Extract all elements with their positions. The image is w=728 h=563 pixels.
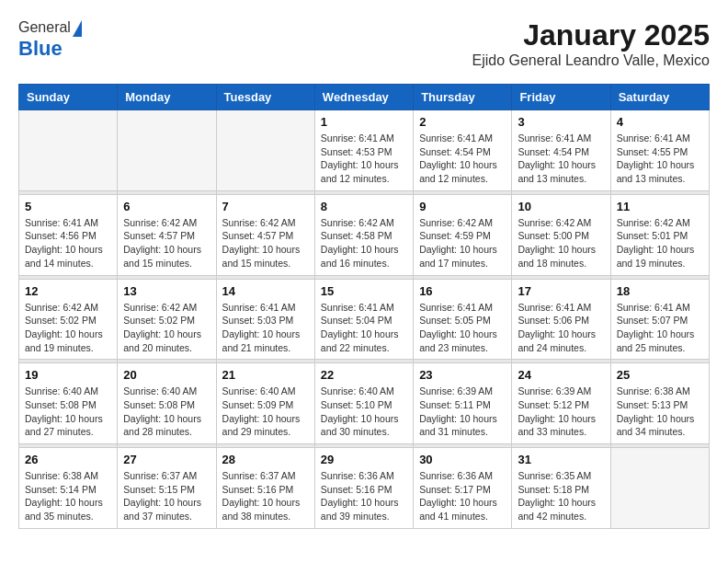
day-info: Sunrise: 6:39 AM Sunset: 5:11 PM Dayligh…: [419, 385, 506, 439]
logo-triangle-icon: [73, 20, 82, 37]
calendar-cell: 28Sunrise: 6:37 AM Sunset: 5:16 PM Dayli…: [216, 448, 314, 529]
day-info: Sunrise: 6:39 AM Sunset: 5:12 PM Dayligh…: [518, 385, 604, 439]
day-info: Sunrise: 6:42 AM Sunset: 5:02 PM Dayligh…: [25, 301, 111, 355]
day-info: Sunrise: 6:40 AM Sunset: 5:08 PM Dayligh…: [123, 385, 210, 439]
day-number: 1: [321, 115, 407, 129]
day-info: Sunrise: 6:37 AM Sunset: 5:16 PM Dayligh…: [222, 469, 309, 523]
calendar-cell: 13Sunrise: 6:42 AM Sunset: 5:02 PM Dayli…: [118, 279, 216, 360]
day-info: Sunrise: 6:42 AM Sunset: 5:00 PM Dayligh…: [518, 216, 604, 270]
day-number: 15: [321, 284, 407, 298]
day-number: 17: [518, 284, 604, 298]
day-number: 26: [25, 453, 111, 466]
calendar-cell: 24Sunrise: 6:39 AM Sunset: 5:12 PM Dayli…: [512, 363, 610, 444]
logo: General Blue: [18, 18, 82, 61]
calendar-cell: 8Sunrise: 6:42 AM Sunset: 4:58 PM Daylig…: [314, 194, 413, 275]
calendar-week-row: 12Sunrise: 6:42 AM Sunset: 5:02 PM Dayli…: [19, 279, 710, 360]
day-info: Sunrise: 6:41 AM Sunset: 4:54 PM Dayligh…: [518, 132, 604, 186]
day-info: Sunrise: 6:40 AM Sunset: 5:10 PM Dayligh…: [321, 385, 407, 439]
day-number: 27: [123, 453, 210, 466]
calendar-cell: 7Sunrise: 6:42 AM Sunset: 4:57 PM Daylig…: [216, 194, 314, 275]
day-info: Sunrise: 6:41 AM Sunset: 5:03 PM Dayligh…: [222, 301, 309, 355]
calendar-cell: 4Sunrise: 6:41 AM Sunset: 4:55 PM Daylig…: [610, 110, 709, 191]
day-info: Sunrise: 6:41 AM Sunset: 4:53 PM Dayligh…: [321, 132, 407, 186]
day-number: 4: [617, 115, 703, 129]
day-number: 16: [419, 284, 506, 298]
calendar-cell: 18Sunrise: 6:41 AM Sunset: 5:07 PM Dayli…: [610, 279, 709, 360]
day-number: 25: [617, 368, 703, 382]
day-info: Sunrise: 6:42 AM Sunset: 5:01 PM Dayligh…: [617, 216, 703, 270]
header-thursday: Thursday: [414, 85, 512, 110]
day-info: Sunrise: 6:37 AM Sunset: 5:15 PM Dayligh…: [123, 469, 210, 523]
calendar-cell: 27Sunrise: 6:37 AM Sunset: 5:15 PM Dayli…: [118, 448, 216, 529]
day-info: Sunrise: 6:38 AM Sunset: 5:13 PM Dayligh…: [617, 385, 703, 439]
calendar-table: Sunday Monday Tuesday Wednesday Thursday…: [18, 84, 710, 529]
logo-general-text: General: [18, 19, 71, 36]
calendar-cell: [118, 110, 216, 191]
calendar-cell: 6Sunrise: 6:42 AM Sunset: 4:57 PM Daylig…: [118, 194, 216, 275]
day-number: 10: [518, 200, 604, 213]
day-number: 6: [123, 200, 210, 213]
header-monday: Monday: [118, 85, 216, 110]
day-info: Sunrise: 6:38 AM Sunset: 5:14 PM Dayligh…: [25, 469, 111, 523]
calendar-cell: 12Sunrise: 6:42 AM Sunset: 5:02 PM Dayli…: [19, 279, 118, 360]
calendar-cell: 14Sunrise: 6:41 AM Sunset: 5:03 PM Dayli…: [216, 279, 314, 360]
day-info: Sunrise: 6:42 AM Sunset: 4:57 PM Dayligh…: [123, 216, 210, 270]
calendar-cell: 16Sunrise: 6:41 AM Sunset: 5:05 PM Dayli…: [414, 279, 512, 360]
day-number: 13: [123, 284, 210, 298]
calendar-week-row: 19Sunrise: 6:40 AM Sunset: 5:08 PM Dayli…: [19, 363, 710, 444]
weekday-header-row: Sunday Monday Tuesday Wednesday Thursday…: [19, 85, 710, 110]
calendar-week-row: 1Sunrise: 6:41 AM Sunset: 4:53 PM Daylig…: [19, 110, 710, 191]
day-info: Sunrise: 6:41 AM Sunset: 4:56 PM Dayligh…: [25, 216, 111, 270]
day-info: Sunrise: 6:35 AM Sunset: 5:18 PM Dayligh…: [518, 469, 604, 523]
calendar-title: January 2025: [472, 18, 710, 52]
day-number: 21: [222, 368, 309, 382]
calendar-week-row: 5Sunrise: 6:41 AM Sunset: 4:56 PM Daylig…: [19, 194, 710, 275]
calendar-cell: 1Sunrise: 6:41 AM Sunset: 4:53 PM Daylig…: [314, 110, 413, 191]
day-number: 31: [518, 453, 604, 466]
day-number: 9: [419, 200, 506, 213]
logo-blue-text: Blue: [18, 37, 63, 61]
day-info: Sunrise: 6:40 AM Sunset: 5:09 PM Dayligh…: [222, 385, 309, 439]
calendar-subtitle: Ejido General Leandro Valle, Mexico: [472, 52, 710, 69]
day-number: 2: [419, 115, 506, 129]
day-info: Sunrise: 6:41 AM Sunset: 5:06 PM Dayligh…: [518, 301, 604, 355]
header-tuesday: Tuesday: [216, 85, 314, 110]
calendar-cell: [19, 110, 118, 191]
calendar-cell: 29Sunrise: 6:36 AM Sunset: 5:16 PM Dayli…: [314, 448, 413, 529]
calendar-cell: 17Sunrise: 6:41 AM Sunset: 5:06 PM Dayli…: [512, 279, 610, 360]
day-number: 11: [617, 200, 703, 213]
calendar-cell: 20Sunrise: 6:40 AM Sunset: 5:08 PM Dayli…: [118, 363, 216, 444]
day-number: 22: [321, 368, 407, 382]
calendar-cell: 25Sunrise: 6:38 AM Sunset: 5:13 PM Dayli…: [610, 363, 709, 444]
calendar-cell: [610, 448, 709, 529]
day-info: Sunrise: 6:41 AM Sunset: 5:07 PM Dayligh…: [617, 301, 703, 355]
calendar-cell: 30Sunrise: 6:36 AM Sunset: 5:17 PM Dayli…: [414, 448, 512, 529]
calendar-cell: 23Sunrise: 6:39 AM Sunset: 5:11 PM Dayli…: [414, 363, 512, 444]
calendar-cell: 11Sunrise: 6:42 AM Sunset: 5:01 PM Dayli…: [610, 194, 709, 275]
day-info: Sunrise: 6:42 AM Sunset: 4:58 PM Dayligh…: [321, 216, 407, 270]
calendar-cell: 5Sunrise: 6:41 AM Sunset: 4:56 PM Daylig…: [19, 194, 118, 275]
header-wednesday: Wednesday: [314, 85, 413, 110]
day-info: Sunrise: 6:41 AM Sunset: 4:55 PM Dayligh…: [617, 132, 703, 186]
day-info: Sunrise: 6:36 AM Sunset: 5:16 PM Dayligh…: [321, 469, 407, 523]
calendar-cell: 3Sunrise: 6:41 AM Sunset: 4:54 PM Daylig…: [512, 110, 610, 191]
day-info: Sunrise: 6:41 AM Sunset: 5:04 PM Dayligh…: [321, 301, 407, 355]
day-number: 3: [518, 115, 604, 129]
day-number: 18: [617, 284, 703, 298]
title-block: January 2025 Ejido General Leandro Valle…: [472, 18, 710, 69]
day-number: 29: [321, 453, 407, 466]
calendar-week-row: 26Sunrise: 6:38 AM Sunset: 5:14 PM Dayli…: [19, 448, 710, 529]
day-info: Sunrise: 6:36 AM Sunset: 5:17 PM Dayligh…: [419, 469, 506, 523]
calendar-cell: 26Sunrise: 6:38 AM Sunset: 5:14 PM Dayli…: [19, 448, 118, 529]
header-friday: Friday: [512, 85, 610, 110]
header-saturday: Saturday: [610, 85, 709, 110]
day-info: Sunrise: 6:41 AM Sunset: 4:54 PM Dayligh…: [419, 132, 506, 186]
page-header: General Blue January 2025 Ejido General …: [18, 18, 710, 69]
calendar-cell: 2Sunrise: 6:41 AM Sunset: 4:54 PM Daylig…: [414, 110, 512, 191]
day-number: 30: [419, 453, 506, 466]
calendar-cell: 9Sunrise: 6:42 AM Sunset: 4:59 PM Daylig…: [414, 194, 512, 275]
day-info: Sunrise: 6:40 AM Sunset: 5:08 PM Dayligh…: [25, 385, 111, 439]
day-number: 7: [222, 200, 309, 213]
day-number: 19: [25, 368, 111, 382]
day-number: 23: [419, 368, 506, 382]
